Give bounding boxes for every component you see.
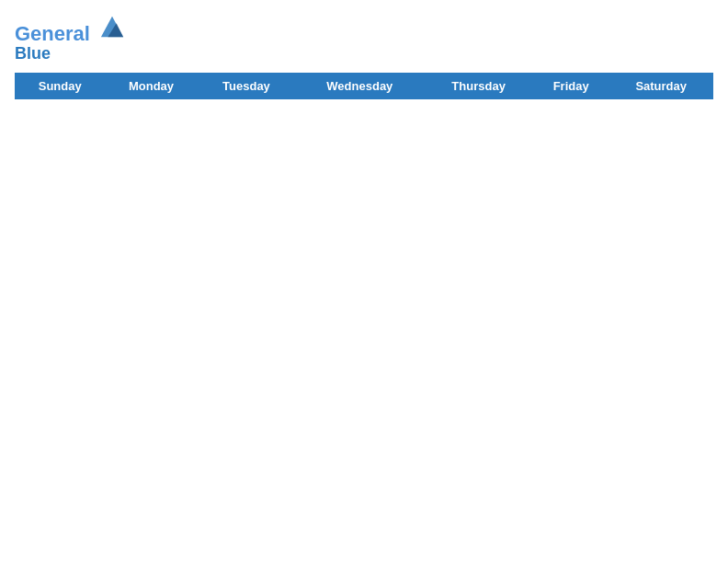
logo-blue: Blue: [15, 45, 125, 63]
day-header-tuesday: Tuesday: [198, 73, 295, 98]
day-header-friday: Friday: [532, 73, 609, 98]
day-header-monday: Monday: [105, 73, 198, 98]
calendar-table: SundayMondayTuesdayWednesdayThursdayFrid…: [15, 73, 713, 99]
day-header-wednesday: Wednesday: [295, 73, 425, 98]
logo-text: General: [15, 15, 125, 45]
logo-icon: [99, 13, 125, 39]
page-header: General Blue: [15, 15, 713, 63]
logo: General Blue: [15, 15, 125, 63]
day-header-sunday: Sunday: [16, 73, 105, 98]
day-header-thursday: Thursday: [425, 73, 533, 98]
day-header-saturday: Saturday: [609, 73, 713, 98]
calendar-header-row: SundayMondayTuesdayWednesdayThursdayFrid…: [16, 73, 713, 98]
